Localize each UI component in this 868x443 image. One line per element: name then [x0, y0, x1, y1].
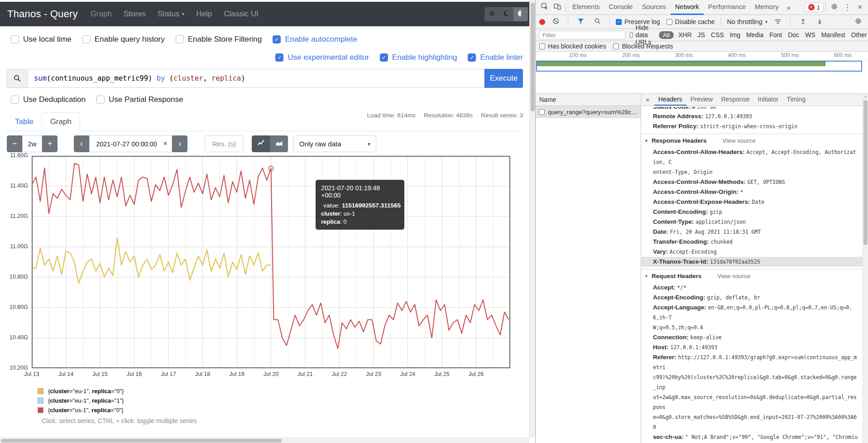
checkbox-use-experimental-editor[interactable]: ✓: [275, 53, 283, 62]
auto-theme-button[interactable]: [513, 7, 528, 21]
type-filter-manifest[interactable]: Manifest: [821, 31, 845, 39]
type-filter-css[interactable]: CSS: [711, 31, 724, 39]
checkbox-hide-data-urls[interactable]: [630, 32, 633, 38]
query-expression-input[interactable]: sum(continuous_app_metric99) by (cluster…: [28, 69, 484, 88]
view-source-button[interactable]: View source: [722, 137, 755, 144]
legend-item[interactable]: {cluster="eu-1", replica="1"}: [38, 397, 124, 404]
checkbox-item-disable-cache[interactable]: Disable cache: [667, 18, 715, 25]
scrollbar-thumb[interactable]: [863, 100, 868, 245]
checkbox-enable-store-filtering[interactable]: [176, 35, 184, 43]
type-filter-js[interactable]: JS: [698, 31, 705, 39]
checkbox-use-local-time[interactable]: [11, 35, 19, 43]
metrics-chart[interactable]: [32, 156, 510, 368]
inspect-element-button[interactable]: [538, 1, 551, 13]
network-settings-button[interactable]: [852, 16, 864, 28]
record-network-log-button[interactable]: [539, 19, 545, 25]
end-time-input[interactable]: [90, 136, 172, 152]
close-details-icon[interactable]: ×: [641, 94, 654, 106]
checkbox-item-enable-store-filtering[interactable]: Enable Store Filtering: [176, 35, 262, 44]
view-source-button[interactable]: View source: [717, 273, 750, 279]
error-badge[interactable]: ✕ 1: [805, 3, 824, 12]
checkbox-enable-autocomplete[interactable]: ✓: [273, 35, 281, 43]
devtools-close-button[interactable]: ×: [854, 3, 865, 12]
checkbox-item-enable-query-history[interactable]: Enable query history: [82, 35, 165, 44]
type-filter-other[interactable]: Other: [851, 31, 867, 39]
tab-graph[interactable]: Graph: [42, 112, 80, 131]
details-scrollbar[interactable]: ▲: [863, 94, 868, 443]
type-filter-xhr[interactable]: XHR: [678, 31, 692, 39]
checkbox-has-blocked-cookies[interactable]: [539, 43, 545, 49]
checkbox-use-deduplication[interactable]: [11, 96, 19, 104]
checkbox-item-use-deduplication[interactable]: Use Deduplication: [11, 95, 86, 104]
devtools-tab-memory[interactable]: Memory: [750, 0, 783, 15]
network-conditions-button[interactable]: [772, 16, 784, 28]
page-vertical-scrollbar[interactable]: [529, 0, 536, 438]
type-filter-all[interactable]: All: [659, 31, 674, 39]
checkbox-item-enable-highlighting[interactable]: ✓Enable highlighting: [380, 53, 457, 62]
filter-toggle-button[interactable]: [574, 16, 587, 28]
request-row[interactable]: query_range?query=sum%28cont...: [536, 106, 641, 118]
checkbox-blocked-requests[interactable]: [613, 43, 619, 49]
devtools-tab-elements[interactable]: Elements: [568, 0, 604, 15]
checkbox-enable-query-history[interactable]: [82, 35, 91, 43]
nav-item-graph[interactable]: Graph: [91, 10, 112, 19]
settings-button[interactable]: [484, 7, 499, 21]
checkbox-use-partial-response[interactable]: [96, 96, 105, 104]
resolution-input[interactable]: [205, 135, 244, 152]
scrollbar-thumb[interactable]: [1, 439, 282, 443]
more-tabs-button[interactable]: »: [783, 4, 794, 11]
tab-table[interactable]: Table: [7, 113, 42, 131]
page-horizontal-scrollbar[interactable]: [0, 438, 529, 443]
kebab-menu-icon[interactable]: ⋮: [840, 3, 854, 12]
headers-content[interactable]: Status Code:200 OKRemote Address: 127.0.…: [641, 106, 863, 443]
checkbox-item-enable-linter[interactable]: ✓Enable linter: [468, 53, 523, 62]
overview-selection[interactable]: [536, 61, 862, 72]
type-filter-doc[interactable]: Doc: [788, 31, 799, 39]
type-filter-font[interactable]: Font: [769, 31, 782, 39]
nav-item-classic-ui[interactable]: Classic UI: [224, 10, 259, 19]
search-network-button[interactable]: [591, 16, 604, 28]
devtools-settings-button[interactable]: [828, 1, 840, 13]
dark-mode-button[interactable]: [499, 7, 513, 21]
checkbox-enable-highlighting[interactable]: ✓: [380, 53, 388, 62]
checkbox-item-use-experimental-editor[interactable]: ✓Use experimental editor: [275, 53, 369, 62]
name-column-header[interactable]: Name: [536, 94, 641, 106]
checkbox-item-blocked-requests[interactable]: Blocked Requests: [613, 43, 673, 50]
type-filter-ws[interactable]: WS: [805, 31, 815, 39]
device-toolbar-button[interactable]: [551, 1, 564, 13]
type-filter-img[interactable]: Img: [730, 31, 740, 39]
devtools-tab-performance[interactable]: Performance: [704, 0, 750, 15]
next-time-button[interactable]: ›: [172, 135, 187, 152]
import-har-button[interactable]: [796, 16, 809, 28]
nav-item-stores[interactable]: Stores: [124, 10, 146, 19]
line-chart-button[interactable]: [252, 135, 270, 152]
filter-input[interactable]: [539, 31, 625, 39]
details-tab-preview[interactable]: Preview: [686, 94, 717, 106]
checkbox-enable-linter[interactable]: ✓: [468, 53, 476, 62]
details-tab-timing[interactable]: Timing: [782, 94, 810, 106]
devtools-tab-network[interactable]: Network: [671, 0, 704, 15]
section-header-response-headers[interactable]: ▼Response HeadersView source: [641, 134, 863, 147]
checkbox-item-use-local-time[interactable]: Use local time: [11, 35, 72, 44]
execute-button[interactable]: Execute: [484, 69, 523, 88]
type-filter-media[interactable]: Media: [746, 31, 763, 39]
nav-item-help[interactable]: Help: [196, 10, 212, 19]
clear-time-icon[interactable]: ✕: [163, 140, 168, 147]
range-input[interactable]: 2w: [22, 135, 42, 152]
legend-item[interactable]: {cluster="eu-1", replica="0"}: [38, 388, 124, 395]
clear-network-log-button[interactable]: [549, 16, 562, 28]
details-tab-response[interactable]: Response: [717, 94, 753, 106]
checkbox-item-has-blocked-cookies[interactable]: Has blocked cookies: [539, 43, 606, 50]
prev-time-button[interactable]: ‹: [74, 135, 89, 152]
scroll-up-icon[interactable]: ▲: [863, 95, 868, 98]
stacked-chart-button[interactable]: [270, 135, 288, 152]
checkbox-disable-cache[interactable]: [667, 19, 672, 25]
resolution-select[interactable]: Only raw data ▾: [293, 135, 376, 152]
throttling-select[interactable]: No throttling ▾: [727, 18, 768, 25]
checkbox-preserve-log[interactable]: ✓: [616, 19, 622, 25]
checkbox-item-use-partial-response[interactable]: Use Partial Response: [96, 95, 183, 104]
section-header-request-headers[interactable]: ▼Request HeadersView source: [641, 270, 863, 283]
details-tab-headers[interactable]: Headers: [654, 94, 686, 106]
checkbox-item-enable-autocomplete[interactable]: ✓Enable autocomplete: [273, 35, 357, 44]
nav-item-status[interactable]: Status▾: [158, 10, 184, 19]
